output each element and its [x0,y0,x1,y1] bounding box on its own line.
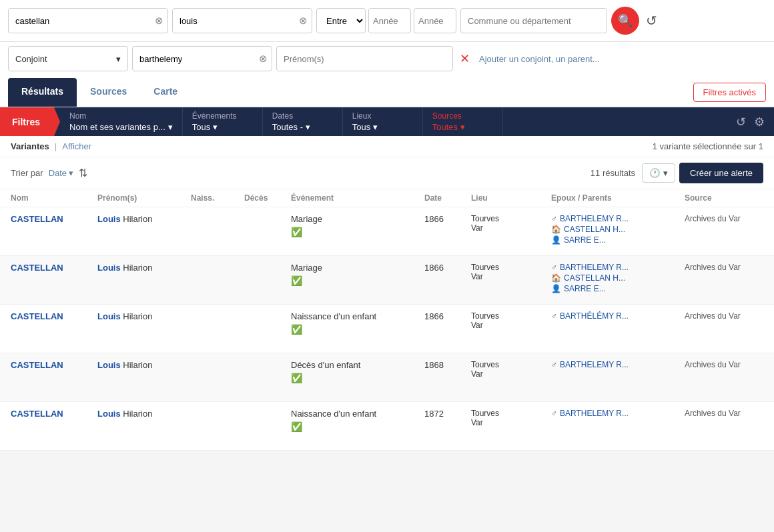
cell-epoux: ♂BARTHELEMY R... [551,360,685,369]
epoux-name[interactable]: CASTELLAN H... [564,225,625,234]
filter-evenements[interactable]: Évènements Tous ▾ [183,107,263,136]
epoux-name[interactable]: CASTELLAN H... [564,273,625,283]
col-header-lieu: Lieu [471,193,551,203]
filter-evenements-title: Évènements [192,111,253,121]
cell-date: 1866 [424,311,471,321]
prenom-highlight: Louis [97,263,121,273]
history-button[interactable]: 🕐 ▾ [642,163,675,183]
tab-carte[interactable]: Carte [140,78,191,107]
main-search-input[interactable] [8,8,168,33]
location-input[interactable] [460,8,607,33]
epoux-name[interactable]: BARTHELEMY R... [560,360,629,369]
filter-dates-value: Toutes - ▾ [272,122,333,132]
filter-sources-chevron-icon: ▾ [460,122,465,132]
cell-nom[interactable]: CASTELLAN [11,311,97,321]
prenom-input[interactable] [276,46,453,71]
filter-icons: ↺ ⚙ [727,107,774,136]
lieu-commune: Tourves [471,214,551,223]
ajouter-link[interactable]: Ajouter un conjoint, un parent... [479,54,600,64]
epoux-name[interactable]: BARTHELEMY R... [560,409,629,418]
filter-row: Filtres Nom Nom et ses variantes p... ▾ … [0,107,774,136]
epoux-name[interactable]: SARRE E... [564,235,606,245]
cell-epoux: ♂BARTHELEMY R... [551,409,685,418]
col-header-prenom: Prénom(s) [97,193,191,203]
filter-dates[interactable]: Dates Toutes - ▾ [263,107,343,136]
epoux-name[interactable]: SARRE E... [564,284,606,293]
col-header-evenement: Événement [291,193,424,203]
year1-input[interactable] [368,8,411,33]
cell-prenom: Louis Hilarion [97,360,191,370]
secondary-search-clear-icon[interactable]: ⊗ [299,15,308,27]
check-icon: ✅ [291,421,424,432]
sort-right: 11 résultats 🕐 ▾ Créer une alerte [591,163,763,183]
conjoint-dropdown[interactable]: Conjoint ▾ [8,46,128,71]
filter-refresh-button[interactable]: ↺ [736,115,746,129]
epoux-role-icon: 👤 [551,284,561,293]
cell-date: 1872 [424,409,471,419]
lieu-commune: Tourves [471,360,551,369]
filter-lieux[interactable]: Lieux Tous ▾ [343,107,423,136]
sort-date-button[interactable]: Date ▾ [49,168,73,178]
cell-evenement: Naissance d'un enfant✅ [291,311,424,335]
cell-nom[interactable]: CASTELLAN [11,263,97,273]
lieu-commune: Tourves [471,263,551,272]
cell-source: Archives du Var [685,214,774,223]
variantes-afficher[interactable]: Afficher [62,141,91,151]
table-row: CASTELLANLouis HilarionNaissance d'un en… [0,402,774,451]
cell-source: Archives du Var [685,409,774,418]
cell-lieu: TourvesVar [471,214,551,233]
check-icon: ✅ [291,373,424,383]
variantes-row: Variantes | Afficher 1 variante sélectio… [0,136,774,157]
conjoint-chevron-icon: ▾ [116,54,121,64]
prenom-highlight: Louis [97,409,121,419]
cell-nom[interactable]: CASTELLAN [11,360,97,370]
cell-prenom: Louis Hilarion [97,409,191,419]
filter-nom-chevron-icon: ▾ [168,122,173,132]
conjoint-search-input[interactable] [132,46,272,71]
epoux-item: ♂BARTHELEMY R... [551,409,685,418]
check-icon: ✅ [291,275,424,286]
tab-sources[interactable]: Sources [77,78,140,107]
alert-btn-wrap: 🕐 ▾ Créer une alerte [642,163,763,183]
epoux-role-icon: ♂ [551,360,557,369]
tab-resultats[interactable]: Résultats [8,78,77,107]
evenement-label: Mariage [291,263,424,273]
conjoint-input-wrap: ⊗ [132,46,272,71]
create-alert-button[interactable]: Créer une alerte [679,163,763,183]
col-header-epoux: Epoux / Parents [551,193,685,203]
between-select[interactable]: Entre [316,8,366,33]
filter-sources[interactable]: Sources Toutes ▾ [423,107,503,136]
epoux-name[interactable]: BARTHELEMY R... [560,214,629,223]
cell-nom[interactable]: CASTELLAN [11,214,97,224]
conjoint-search-clear-icon[interactable]: ⊗ [259,53,268,65]
col-header-naiss: Naiss. [191,193,244,203]
epoux-name[interactable]: BARTHÉLÉMY R... [560,311,629,321]
epoux-item: ♂BARTHELEMY R... [551,214,685,223]
sort-row: Trier par Date ▾ ⇅ 11 résultats 🕐 ▾ Crée… [0,157,774,189]
main-search-clear-icon[interactable]: ⊗ [155,15,163,27]
year2-input[interactable] [414,8,456,33]
check-icon: ✅ [291,324,424,335]
cell-nom[interactable]: CASTELLAN [11,409,97,419]
secondary-search-input[interactable] [172,8,312,33]
refresh-button[interactable]: ↺ [646,13,657,29]
filter-sources-value: Toutes ▾ [432,122,493,132]
conjoint-label: Conjoint [15,54,47,64]
epoux-item: ♂BARTHÉLÉMY R... [551,311,685,321]
col-header-date: Date [424,193,471,203]
epoux-item: ♂BARTHELEMY R... [551,263,685,272]
filter-dates-title: Dates [272,111,333,121]
epoux-item: 🏠CASTELLAN H... [551,273,685,283]
sort-direction-button[interactable]: ⇅ [79,167,87,179]
filtres-actives-button[interactable]: Filtres activés [693,83,766,102]
col-header-source: Source [685,193,774,203]
epoux-name[interactable]: BARTHELEMY R... [560,263,629,272]
cell-evenement: Décès d'un enfant✅ [291,360,424,383]
epoux-role-icon: 🏠 [551,273,561,283]
location-search-wrap [460,8,607,33]
filter-settings-button[interactable]: ⚙ [754,115,765,129]
sort-by-label: Trier par [11,168,43,178]
filter-nom[interactable]: Nom Nom et ses variantes p... ▾ [60,107,183,136]
clear-x-icon[interactable]: ✕ [460,51,470,66]
search-button[interactable]: 🔍 [611,7,639,35]
